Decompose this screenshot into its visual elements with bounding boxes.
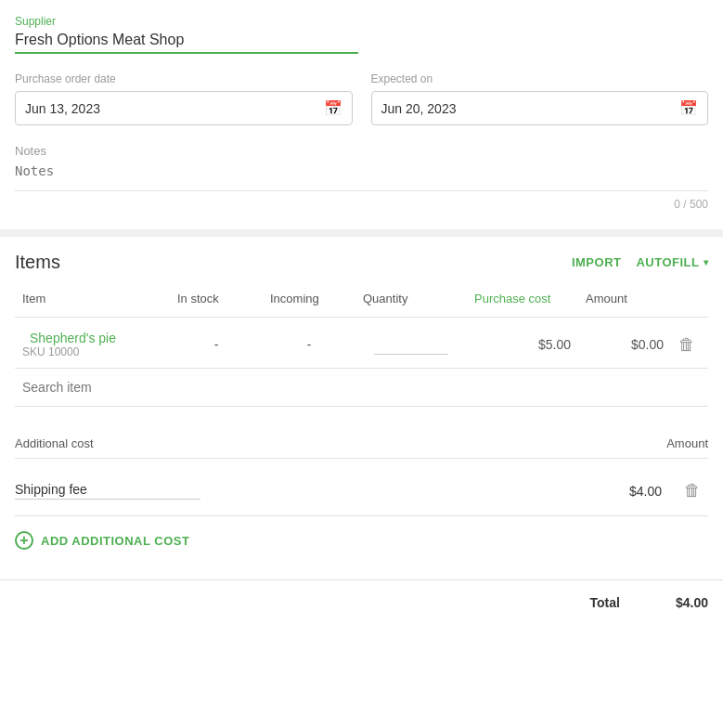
notes-label: Notes (15, 144, 708, 158)
col-amount: Amount (578, 288, 671, 309)
items-title: Items (15, 252, 60, 273)
additional-cost-label: Additional cost (15, 436, 94, 450)
fee-amount: $4.00 🗑 (629, 477, 708, 504)
in-stock-value: - (170, 333, 263, 356)
col-purchase-cost: Purchase cost (467, 288, 578, 309)
add-cost-button[interactable]: ADD ADDITIONAL COST (41, 534, 189, 548)
autofill-button[interactable]: AUTOFILL ▾ (636, 255, 708, 269)
additional-section: Additional cost Amount $4.00 🗑 + ADD ADD… (0, 422, 723, 579)
additional-row: $4.00 🗑 (15, 466, 708, 516)
col-in-stock: In stock (170, 288, 263, 309)
col-quantity: Quantity (355, 288, 467, 309)
shipping-fee-amount: $4.00 (629, 484, 662, 499)
additional-header: Additional cost Amount (15, 436, 708, 459)
expected-on-input[interactable] (381, 101, 680, 116)
purchase-cost-value: $5.00 (467, 333, 578, 356)
import-button[interactable]: IMPORT (572, 255, 622, 269)
incoming-value: - (263, 333, 355, 356)
expected-on-label: Expected on (371, 72, 709, 85)
delete-fee-button[interactable]: 🗑 (677, 477, 708, 504)
table-row: Shepherd's pie SKU 10000 - - $5.00 $0.00… (15, 321, 708, 369)
total-row: Total $4.00 (0, 579, 723, 625)
expected-on-field: Expected on 📅 (371, 72, 709, 125)
section-divider (0, 229, 723, 237)
items-actions: IMPORT AUTOFILL ▾ (572, 255, 708, 269)
quantity-input[interactable] (374, 335, 448, 355)
add-additional-cost-row[interactable]: + ADD ADDITIONAL COST (15, 516, 708, 565)
search-item-row (15, 369, 708, 407)
calendar-icon-2[interactable]: 📅 (679, 99, 698, 117)
notes-input[interactable] (15, 163, 708, 191)
purchase-order-date-input[interactable] (25, 101, 324, 116)
quantity-cell[interactable] (355, 332, 467, 358)
delete-item-button[interactable]: 🗑 (671, 332, 708, 358)
shipping-fee-input[interactable] (15, 482, 200, 500)
total-label: Total (590, 595, 620, 610)
item-sku: SKU 10000 (22, 345, 162, 358)
notes-char-count: 0 / 500 (15, 198, 708, 211)
amount-value: $0.00 (578, 333, 671, 356)
amount-column-label: Amount (666, 436, 708, 450)
col-actions (671, 288, 708, 309)
search-item-input[interactable] (22, 380, 208, 395)
items-section: Items IMPORT AUTOFILL ▾ Item In stock In… (0, 237, 723, 422)
purchase-order-date-label: Purchase order date (15, 72, 353, 85)
item-name: Shepherd's pie (22, 331, 162, 345)
add-cost-plus-icon: + (15, 531, 33, 550)
calendar-icon[interactable]: 📅 (324, 99, 342, 117)
supplier-input[interactable] (15, 32, 358, 54)
col-incoming: Incoming (263, 288, 355, 309)
supplier-label: Supplier (15, 15, 708, 28)
total-amount: $4.00 (676, 595, 708, 610)
purchase-order-date-field: Purchase order date 📅 (15, 72, 353, 125)
item-info: Shepherd's pie SKU 10000 (15, 331, 170, 358)
col-item: Item (15, 288, 170, 309)
table-header: Item In stock Incoming Quantity Purchase… (15, 288, 708, 318)
chevron-down-icon: ▾ (704, 257, 709, 267)
items-header: Items IMPORT AUTOFILL ▾ (15, 252, 708, 273)
notes-section: Notes 0 / 500 (15, 144, 708, 214)
